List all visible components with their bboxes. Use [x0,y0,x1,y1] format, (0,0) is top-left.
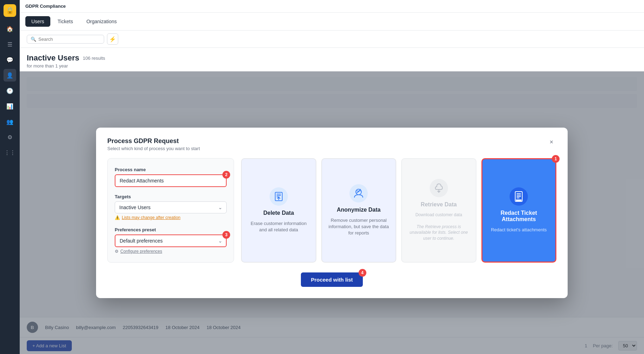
anonymize-data-desc: Remove customer personal information, bu… [328,217,390,237]
modal-subtitle: Select which kind of process you want to… [107,146,200,151]
gear-icon: ⚙ [115,249,119,254]
option-anonymize-data[interactable]: Anonymize Data Remove customer personal … [321,158,397,263]
warning-icon: ⚠️ [115,215,120,220]
sidebar-item-team[interactable]: 👥 [4,115,16,128]
retrieve-data-icon [430,179,448,197]
svg-point-9 [430,179,448,197]
modal-header-text: Process GDPR Request Select which kind o… [107,137,200,151]
tab-users[interactable]: Users [25,16,50,27]
proceed-button[interactable]: Proceed with list [301,272,362,287]
sidebar-item-settings[interactable]: ⚙ [4,131,16,143]
option-retrieve-data: Retrieve Data Download customer dataThe … [401,158,476,263]
sidebar: 🔒 🏠 ☰ 💬 👤 🕐 📊 👥 ⚙ ⋮⋮ [0,0,20,354]
step-badge-3: 3 [222,231,230,239]
search-wrapper: 🔍 [27,35,104,44]
tabs-bar: Users Tickets Organizations [20,13,644,31]
search-bar: 🔍 ⚡ [20,31,644,48]
modal-footer: Proceed with list 4 [107,270,556,287]
sidebar-item-home[interactable]: 🏠 [4,22,16,35]
options-grid: Delete Data Erase customer information a… [241,158,556,263]
page-title: Inactive Users 106 results [27,53,637,63]
tab-organizations[interactable]: Organizations [80,16,122,27]
app-title: GDPR Compliance [25,4,66,9]
page-header: Inactive Users 106 results for more than… [20,48,644,71]
modal-body: Process name 2 Targets [107,158,556,263]
step-badge-2: 2 [222,171,230,179]
tab-group: Users Tickets Organizations [25,16,123,27]
delete-data-desc: Erase customer information and all relat… [247,220,310,233]
modal-close-button[interactable]: × [547,137,556,147]
anonymize-data-title: Anonymize Data [337,207,380,213]
targets-label: Targets [115,194,227,199]
option-redact-ticket[interactable]: 1 [481,158,557,263]
retrieve-data-title: Retrieve Data [421,201,457,208]
step-badge-4: 4 [359,269,366,277]
tab-tickets[interactable]: Tickets [52,16,79,27]
warning-link[interactable]: Lists may change after creation [122,215,181,220]
process-name-field: Process name 2 [115,167,227,187]
search-input[interactable] [38,37,100,42]
preferences-label: Preferences preset [115,227,227,232]
retrieve-data-desc: Download customer dataThe Retrieve proce… [408,212,470,242]
preferences-select-wrap: Default preferences [115,234,227,247]
process-name-input[interactable] [115,174,227,187]
preferences-select[interactable]: Default preferences [115,234,227,247]
step-badge-1: 1 [552,155,560,163]
sidebar-item-user[interactable]: 👤 [4,69,16,82]
sidebar-item-chat[interactable]: 💬 [4,53,16,66]
sidebar-item-reports[interactable]: 📊 [4,100,16,112]
option-delete-data[interactable]: Delete Data Erase customer information a… [241,158,316,263]
redact-ticket-title: Redact Ticket Attachments [488,210,550,223]
sidebar-item-apps[interactable]: ⋮⋮ [4,146,16,159]
result-count: 106 results [83,56,105,61]
sidebar-item-menu[interactable]: ☰ [4,38,16,51]
app-logo: 🔒 [4,4,16,17]
left-panel: Process name 2 Targets [107,158,234,263]
modal-header: Process GDPR Request Select which kind o… [107,137,556,151]
targets-select-wrap: Inactive Users [115,201,227,213]
main-content: GDPR Compliance Users Tickets Organizati… [20,0,644,354]
preferences-field: Preferences preset Default preferences 3 [115,227,227,254]
redact-ticket-icon [510,187,528,206]
search-icon: 🔍 [31,37,36,42]
targets-warning: ⚠️ Lists may change after creation [115,215,227,220]
anonymize-data-icon [349,184,368,202]
targets-field: Targets Inactive Users ⚠️ Lists may chan… [115,194,227,220]
sidebar-item-clock[interactable]: 🕐 [4,84,16,97]
svg-point-6 [349,184,368,202]
process-gdpr-modal: Process GDPR Request Select which kind o… [96,128,568,298]
filter-button[interactable]: ⚡ [107,33,118,45]
delete-data-title: Delete Data [263,210,294,216]
content-area: Process GDPR Request Select which kind o… [20,71,644,354]
targets-select[interactable]: Inactive Users [115,201,227,213]
redact-ticket-desc: Redact ticket's attachments [491,227,547,233]
logo-icon: 🔒 [6,7,14,14]
modal-title: Process GDPR Request [107,137,200,145]
modal-overlay: Process GDPR Request Select which kind o… [20,71,644,354]
process-name-label: Process name [115,167,227,172]
configure-link[interactable]: ⚙ Configure preferences [115,249,227,254]
page-subtitle: for more than 1 year [27,63,637,69]
filter-icon: ⚡ [109,36,116,43]
delete-data-icon [270,187,288,206]
